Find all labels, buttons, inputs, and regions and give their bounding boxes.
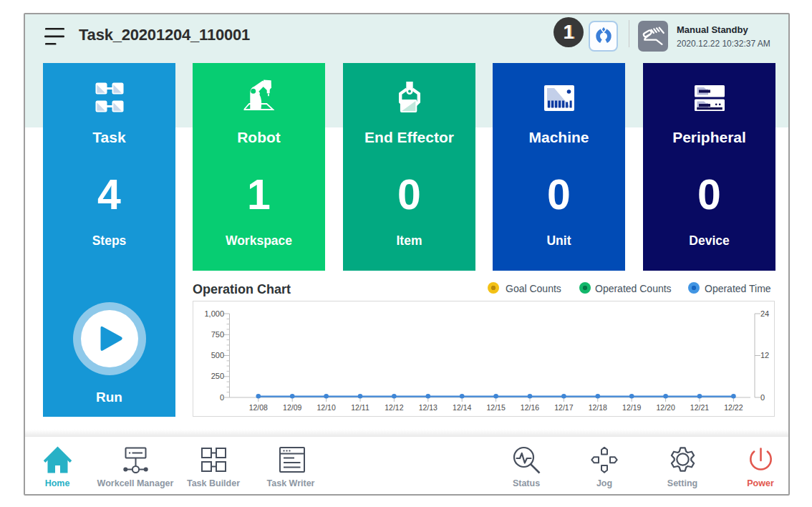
svg-text:12/22: 12/22 <box>724 403 743 412</box>
svg-text:12/17: 12/17 <box>554 403 573 412</box>
svg-text:12/11: 12/11 <box>351 403 369 412</box>
svg-text:24: 24 <box>760 309 769 318</box>
svg-text:12/19: 12/19 <box>622 403 641 412</box>
svg-text:12/16: 12/16 <box>521 403 539 412</box>
svg-text:12/08: 12/08 <box>249 403 268 412</box>
svg-text:12/09: 12/09 <box>283 403 301 412</box>
svg-text:12/12: 12/12 <box>385 403 403 412</box>
svg-text:12/15: 12/15 <box>486 403 505 412</box>
svg-text:12/14: 12/14 <box>453 403 471 412</box>
svg-text:12/10: 12/10 <box>316 403 335 412</box>
svg-text:12/20: 12/20 <box>656 403 675 412</box>
svg-text:500: 500 <box>211 351 224 359</box>
svg-text:12/18: 12/18 <box>589 403 607 412</box>
svg-text:1,000: 1,000 <box>204 309 224 318</box>
svg-text:12/21: 12/21 <box>690 403 709 412</box>
svg-text:750: 750 <box>211 330 224 339</box>
svg-text:12: 12 <box>760 351 769 359</box>
svg-text:0: 0 <box>220 393 224 402</box>
svg-text:250: 250 <box>211 372 224 380</box>
svg-text:12/13: 12/13 <box>419 403 438 412</box>
svg-text:0: 0 <box>760 393 765 402</box>
